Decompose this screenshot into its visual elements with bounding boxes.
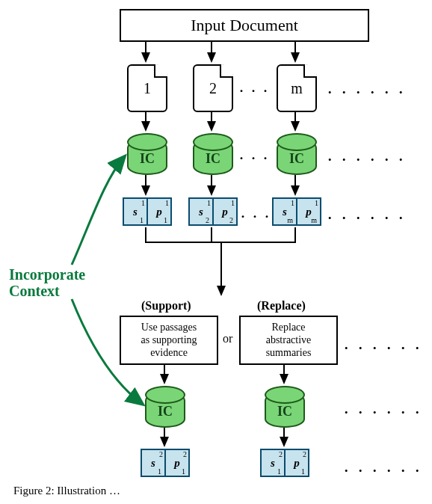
page-2: 2: [193, 64, 233, 112]
sp-pair-1: s11 p11: [123, 197, 172, 226]
ic-node-1: IC: [127, 139, 167, 175]
s-cell: s21: [142, 450, 166, 476]
p-cell: p11: [148, 199, 170, 224]
action-trailing-dots: . . . . . .: [344, 332, 422, 354]
sp-pair-support: s21 p21: [141, 449, 190, 477]
page-m-label: m: [291, 80, 303, 97]
figure-caption: Figure 2: Illustration …: [13, 485, 120, 497]
support-box: Use passages as supporting evidence: [120, 316, 218, 365]
sp-trailing-dots: . . . . . .: [327, 202, 406, 224]
s-cell: s11: [124, 199, 148, 224]
page-2-label: 2: [209, 80, 217, 97]
ic-trailing-dots: . . . . . .: [327, 144, 406, 166]
s-cell: s21: [262, 450, 286, 476]
incorporate-context-label: Incorporate Context: [9, 266, 85, 299]
ic-label: IC: [289, 151, 304, 167]
ic-ellipsis: . . .: [239, 144, 269, 164]
ic-node-2: IC: [193, 139, 233, 175]
replace-title: (Replace): [257, 299, 306, 313]
sp-ellipsis: . . .: [241, 202, 271, 222]
sp-pair-replace: s21 p21: [260, 449, 309, 477]
ic2-trailing-dots: . . . . . .: [344, 396, 422, 419]
page-ellipsis: . . .: [239, 76, 269, 96]
page-m: m: [277, 64, 317, 112]
p-cell: p21: [286, 450, 308, 476]
diagram-canvas: Input Document 1 2 . . . m . . . . . . I…: [0, 0, 432, 504]
input-document-box: Input Document: [120, 9, 369, 42]
ic-label: IC: [140, 151, 155, 167]
page-1-label: 1: [144, 80, 151, 97]
ic-node-support: IC: [145, 392, 185, 428]
input-document-label: Input Document: [191, 16, 298, 35]
replace-text: Replace abstractive summaries: [266, 322, 312, 358]
ic-label: IC: [158, 404, 173, 420]
ic-label: IC: [277, 404, 292, 420]
ic-node-m: IC: [277, 139, 317, 175]
or-label: or: [223, 332, 232, 345]
s-cell: s1m: [274, 199, 297, 224]
ic-label: IC: [206, 151, 220, 167]
ic-node-replace: IC: [265, 392, 305, 428]
sp2-trailing-dots: . . . . . .: [344, 455, 422, 477]
p-cell: p21: [166, 450, 188, 476]
page-1: 1: [127, 64, 167, 112]
p-cell: p12: [214, 199, 236, 224]
support-title: (Support): [141, 299, 191, 313]
s-cell: s12: [190, 199, 214, 224]
sp-pair-2: s12 p12: [188, 197, 238, 226]
sp-pair-m: s1m p1m: [272, 197, 321, 226]
p-cell: p1m: [297, 199, 320, 224]
page-trailing-dots: . . . . . .: [327, 76, 406, 99]
replace-box: Replace abstractive summaries: [239, 316, 338, 365]
support-text: Use passages as supporting evidence: [141, 322, 197, 358]
